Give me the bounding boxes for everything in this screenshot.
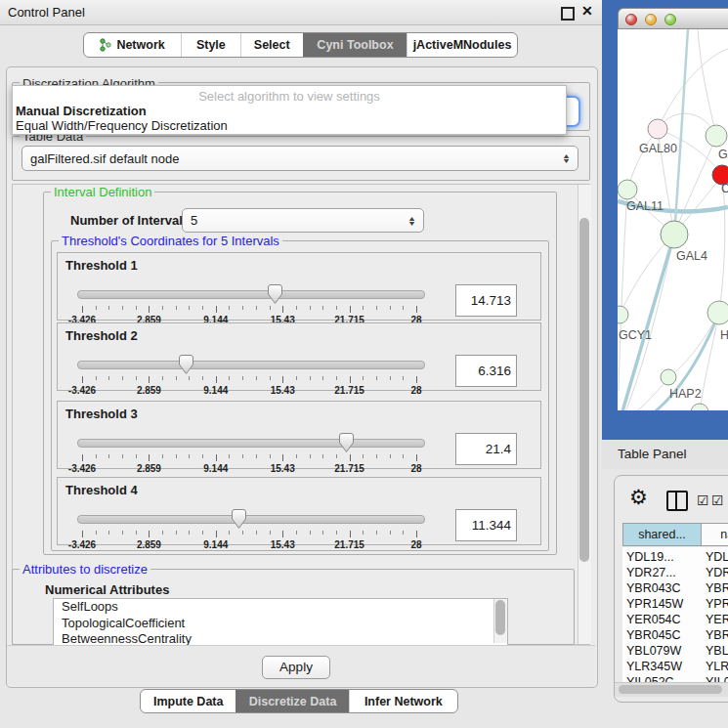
- stepper-arrows-icon[interactable]: ▲▼: [562, 153, 571, 163]
- threshold-2-value-field[interactable]: 6.316: [455, 355, 517, 387]
- tab-style[interactable]: Style: [181, 33, 239, 57]
- network-edge[interactable]: [619, 190, 627, 391]
- table-cell[interactable]: YLR345W: [626, 660, 682, 673]
- table-cell[interactable]: YPR145W: [626, 597, 683, 611]
- tab-select[interactable]: Select: [240, 33, 303, 57]
- tab-network[interactable]: Network: [84, 33, 181, 57]
- tab-jactivemnodules[interactable]: jActiveMNodules: [407, 33, 517, 57]
- node-label: C: [721, 182, 728, 195]
- node-gal4[interactable]: [661, 221, 688, 248]
- threshold-1-slider-track[interactable]: [77, 290, 425, 299]
- split-columns-icon[interactable]: [666, 491, 688, 511]
- tab-impute-data[interactable]: Impute Data: [141, 690, 236, 712]
- table-cell[interactable]: YPR1: [706, 597, 728, 611]
- network-edge[interactable]: [658, 49, 728, 129]
- numerical-attributes-list[interactable]: SelfLoops TopologicalCoefficient Between…: [53, 598, 508, 646]
- scale-tick-label: 9.144: [203, 539, 228, 550]
- network-edge[interactable]: [620, 235, 674, 315]
- tab-network-label: Network: [116, 38, 164, 52]
- threshold-1-label: Threshold 1: [65, 258, 138, 273]
- list-item[interactable]: BetweennessCentrality: [54, 631, 507, 646]
- tab-discretize-data-label: Discretize Data: [249, 695, 337, 708]
- scale-tick-label: -3.426: [68, 539, 96, 550]
- vertical-scrollbar[interactable]: [578, 185, 591, 644]
- scale-tick-label: -3.426: [68, 385, 96, 396]
- control-panel-title: Control Panel: [8, 5, 85, 20]
- tab-discretize-data[interactable]: Discretize Data: [236, 690, 348, 712]
- column-header-shared-name[interactable]: shared...: [622, 523, 702, 546]
- tab-impute-data-label: Impute Data: [153, 695, 224, 708]
- minimize-light-icon[interactable]: [645, 14, 657, 25]
- tab-infer-network[interactable]: Infer Network: [349, 690, 457, 712]
- network-edge[interactable]: [719, 175, 725, 313]
- network-edge[interactable]: [674, 29, 688, 235]
- node-gcy1[interactable]: [618, 306, 628, 323]
- slider-scale-labels: -3.426 2.859 9.144 15.43 21.715 28: [75, 463, 425, 475]
- network-edge[interactable]: [698, 29, 716, 136]
- threshold-4-panel: Threshold 4 -3.426 2.859 9.144 15.43 21.…: [57, 477, 541, 545]
- list-item[interactable]: TopologicalCoefficient: [54, 616, 507, 632]
- table-cell[interactable]: YLR3: [706, 660, 728, 673]
- close-light-icon[interactable]: [625, 14, 637, 25]
- network-canvas[interactable]: GAL80GACGAL11GAL4GCY1HHAP2: [618, 29, 728, 410]
- table-cell[interactable]: YBR045C: [626, 628, 681, 642]
- threshold-1-value-field[interactable]: 14.713: [455, 284, 517, 317]
- table-cell[interactable]: YBL079W: [626, 644, 681, 658]
- table-cell[interactable]: YER054C: [626, 613, 681, 626]
- table-cell[interactable]: YDR2: [706, 566, 728, 579]
- list-item[interactable]: SelfLoops: [54, 599, 507, 616]
- horizontal-scrollbar-thumb[interactable]: [619, 685, 722, 694]
- scale-tick-label: 21.715: [334, 385, 364, 396]
- close-icon[interactable]: ✕: [581, 3, 593, 19]
- table-cell[interactable]: YDL19...: [626, 550, 674, 564]
- scale-tick-label: 15.43: [271, 385, 295, 396]
- table-data-combobox[interactable]: galFiltered.sif default node ▲▼: [21, 146, 578, 171]
- column-header-name[interactable]: name: [701, 523, 728, 546]
- node-label: GAL4: [676, 249, 707, 263]
- threshold-4-value-field[interactable]: 11.344: [455, 509, 517, 541]
- node-hap2[interactable]: [661, 369, 676, 385]
- node-gal11[interactable]: [618, 180, 637, 199]
- node-label: GAL11: [626, 199, 664, 213]
- table-cell[interactable]: YBR0: [706, 581, 728, 595]
- apply-button[interactable]: Apply: [262, 656, 330, 679]
- list-scrollbar[interactable]: [493, 599, 507, 643]
- number-of-intervals-combobox[interactable]: 5 ▲▼: [182, 208, 424, 233]
- tab-cyni-toolbox[interactable]: Cyni Toolbox: [303, 33, 407, 57]
- horizontal-scrollbar[interactable]: [615, 682, 728, 697]
- threshold-1-slider-thumb[interactable]: [268, 284, 282, 304]
- threshold-2-slider-track[interactable]: [77, 361, 425, 369]
- interval-definition-label: Interval Definition: [51, 185, 154, 199]
- threshold-2-slider-thumb[interactable]: [179, 355, 193, 374]
- stepper-arrows-icon[interactable]: ▲▼: [407, 216, 416, 226]
- node-gal80[interactable]: [648, 119, 667, 139]
- float-window-icon[interactable]: [561, 7, 575, 21]
- table-cell[interactable]: YDL1: [706, 550, 728, 564]
- network-edge[interactable]: [668, 313, 719, 377]
- dropdown-option-equal-width-frequency[interactable]: Equal Width/Frequency Discretization: [16, 118, 228, 133]
- threshold-3-value-field[interactable]: 21.4: [455, 433, 517, 465]
- node-top-right[interactable]: [706, 125, 727, 147]
- dropdown-option-manual-discretization[interactable]: Manual Discretization: [16, 104, 147, 118]
- slider-scale-labels: -3.426 2.859 9.144 15.43 21.715 28: [75, 385, 425, 397]
- network-edge[interactable]: [618, 313, 719, 410]
- table-cell[interactable]: YBR043C: [626, 581, 681, 595]
- network-edge[interactable]: [700, 313, 719, 410]
- zoom-light-icon[interactable]: [664, 14, 676, 25]
- table-cell[interactable]: YER0: [706, 613, 728, 626]
- table-cell[interactable]: YBR0: [706, 628, 728, 642]
- threshold-3-slider-track[interactable]: [77, 439, 425, 448]
- node-right-h[interactable]: [707, 301, 728, 324]
- network-window-titlebar[interactable]: [618, 8, 728, 29]
- vertical-scrollbar-thumb[interactable]: [579, 218, 589, 562]
- threshold-4-slider-track[interactable]: [77, 515, 425, 524]
- checkbox-icon[interactable]: ☑: [711, 492, 724, 508]
- table-cell[interactable]: YBL0: [706, 644, 728, 658]
- list-scrollbar-thumb[interactable]: [495, 600, 505, 635]
- table-cell[interactable]: YDR27...: [626, 566, 676, 579]
- threshold-3-slider-thumb[interactable]: [339, 433, 354, 452]
- node-bottom[interactable]: [691, 404, 708, 410]
- threshold-4-slider-thumb[interactable]: [232, 509, 246, 529]
- checkbox-icon[interactable]: ☑: [697, 492, 709, 508]
- gear-icon[interactable]: ⚙: [629, 486, 648, 509]
